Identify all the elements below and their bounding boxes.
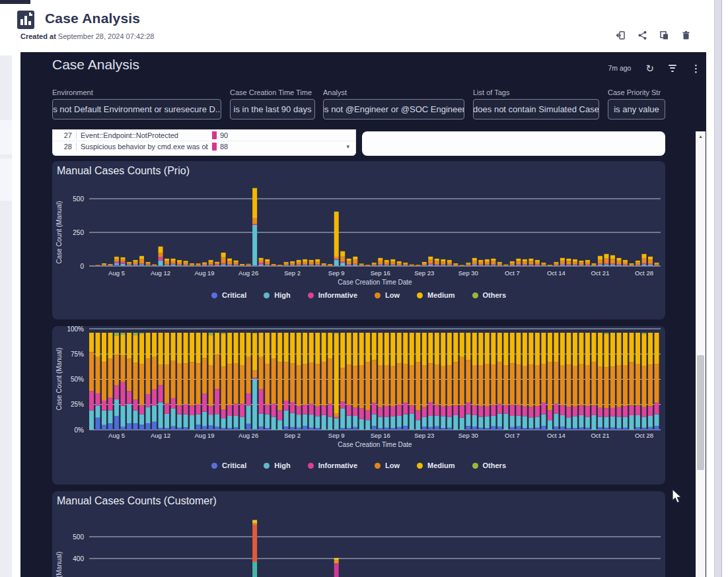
bar-segment[interactable] [604, 417, 608, 427]
bar-segment[interactable] [541, 265, 546, 266]
bar-segment[interactable] [303, 261, 307, 264]
bar-segment[interactable] [340, 333, 345, 368]
bar-segment[interactable] [422, 265, 427, 266]
bar-segment[interactable] [491, 426, 495, 430]
bar-segment[interactable] [215, 264, 219, 265]
bar-segment[interactable] [215, 262, 219, 263]
bar-segment[interactable] [503, 365, 508, 405]
bar-segment[interactable] [523, 259, 527, 261]
bar-segment[interactable] [234, 261, 238, 263]
bar-segment[interactable] [328, 358, 332, 404]
bar-segment[interactable] [397, 405, 402, 416]
bar-segment[interactable] [428, 257, 433, 259]
bar-segment[interactable] [422, 407, 427, 417]
bar-segment[interactable] [403, 333, 408, 364]
bar-segment[interactable] [215, 355, 219, 389]
bar-segment[interactable] [548, 265, 552, 265]
bar-segment[interactable] [441, 333, 445, 366]
bar-segment[interactable] [410, 333, 414, 365]
bar-segment[interactable] [240, 365, 244, 404]
bar-segment[interactable] [353, 366, 357, 407]
bar-segment[interactable] [159, 365, 163, 385]
bars-layer[interactable] [89, 333, 659, 430]
bar-segment[interactable] [303, 426, 307, 430]
bar-segment[interactable] [528, 364, 533, 407]
bar-segment[interactable] [485, 333, 490, 364]
bar-segment[interactable] [246, 333, 251, 357]
bar-segment[interactable] [466, 263, 470, 265]
bar-segment[interactable] [535, 333, 540, 365]
bar-segment[interactable] [259, 426, 264, 430]
bar-segment[interactable] [221, 253, 226, 257]
bar-segment[interactable] [478, 260, 483, 262]
bar-segment[interactable] [435, 426, 439, 430]
bar-segment[interactable] [89, 411, 94, 430]
bar-segment[interactable] [133, 265, 138, 265]
bar-segment[interactable] [648, 264, 653, 265]
bar-segment[interactable] [636, 364, 640, 405]
bar-segment[interactable] [403, 265, 408, 266]
bar-segment[interactable] [108, 264, 113, 265]
bar-segment[interactable] [359, 365, 364, 408]
bar-segment[interactable] [541, 263, 546, 264]
bar-segment[interactable] [472, 365, 477, 405]
bar-segment[interactable] [604, 265, 608, 266]
bar-segment[interactable] [378, 428, 382, 430]
bar-segment[interactable] [591, 263, 596, 264]
bar-segment[interactable] [114, 257, 119, 259]
bar-segment[interactable] [209, 335, 213, 365]
bar-segment[interactable] [460, 405, 464, 417]
bar-segment[interactable] [372, 403, 377, 415]
bar-segment[interactable] [548, 265, 552, 266]
bar-segment[interactable] [560, 333, 565, 365]
bar-segment[interactable] [636, 333, 640, 364]
bar-segment[interactable] [641, 334, 646, 366]
bar-segment[interactable] [177, 405, 182, 414]
bar-segment[interactable] [246, 264, 251, 265]
bar-segment[interactable] [284, 362, 289, 401]
bar-segment[interactable] [416, 265, 420, 266]
bar-segment[interactable] [96, 393, 100, 405]
bar-segment[interactable] [334, 429, 339, 430]
bar-segment[interactable] [297, 265, 301, 266]
bar-segment[interactable] [585, 428, 590, 430]
bar-segment[interactable] [202, 263, 207, 265]
bar-segment[interactable] [598, 265, 602, 266]
bar-segment[interactable] [372, 426, 377, 430]
bar-segment[interactable] [334, 558, 339, 560]
bar-segment[interactable] [441, 259, 445, 261]
bar-segment[interactable] [246, 357, 251, 393]
bar-segment[interactable] [604, 367, 608, 408]
bar-segment[interactable] [171, 265, 176, 266]
bar-segment[interactable] [114, 335, 119, 355]
bar-segment[interactable] [378, 333, 382, 365]
bar-segment[interactable] [284, 411, 289, 427]
bar-segment[interactable] [453, 263, 458, 264]
bar-segment[interactable] [365, 265, 370, 266]
bar-segment[interactable] [636, 405, 640, 415]
bar-segment[interactable] [403, 265, 408, 266]
bar-segment[interactable] [139, 259, 144, 264]
bar-segment[interactable] [347, 364, 351, 405]
bar-segment[interactable] [466, 403, 470, 415]
bar-segment[interactable] [252, 188, 257, 219]
bar-segment[interactable] [516, 364, 521, 405]
bar-segment[interactable] [334, 413, 339, 417]
bar-segment[interactable] [598, 427, 602, 430]
bar-segment[interactable] [303, 405, 307, 415]
bar-segment[interactable] [610, 255, 615, 259]
bar-segment[interactable] [441, 416, 445, 428]
bar-segment[interactable] [523, 366, 527, 407]
bar-segment[interactable] [623, 265, 628, 266]
bar-segment[interactable] [579, 427, 583, 430]
bar-segment[interactable] [133, 423, 138, 430]
bar-segment[interactable] [102, 411, 106, 425]
bar-segment[interactable] [309, 265, 314, 266]
bar-segment[interactable] [309, 333, 314, 363]
bar-segment[interactable] [303, 264, 307, 265]
bar-segment[interactable] [397, 263, 402, 265]
bar-segment[interactable] [315, 265, 320, 266]
page-scrollbar[interactable] [714, 0, 722, 577]
bar-segment[interactable] [315, 259, 320, 261]
bar-segment[interactable] [648, 259, 653, 263]
